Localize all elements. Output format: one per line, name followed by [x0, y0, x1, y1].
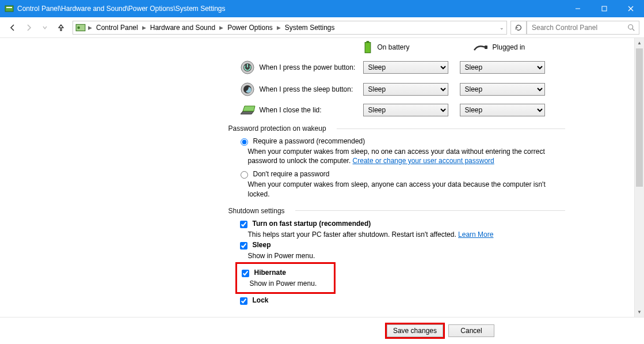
sleep-checkbox-desc: Show in Power menu. — [248, 252, 565, 260]
minimize-button[interactable] — [565, 0, 591, 17]
sleep-battery-select[interactable]: Sleep — [363, 83, 448, 96]
col-plugged-in-label: Plugged in — [493, 43, 525, 51]
section-divider — [337, 128, 565, 129]
nav-bar: ▶ Control Panel ▶ Hardware and Sound ▶ P… — [0, 17, 644, 38]
svg-rect-11 — [366, 41, 369, 42]
recent-dropdown-button[interactable] — [37, 20, 53, 36]
lock-checkbox-label: Lock — [253, 296, 269, 304]
require-password-label: Require a password (recommended) — [253, 137, 365, 145]
power-button-label: When I press the power button: — [257, 63, 361, 71]
create-change-password-link[interactable]: Create or change your user account passw… — [353, 157, 494, 165]
svg-point-7 — [77, 26, 80, 29]
save-changes-highlight: Save changes — [385, 323, 445, 339]
maximize-button[interactable] — [591, 0, 618, 17]
power-button-icon — [240, 60, 255, 75]
hibernate-highlight: Hibernate Show in Power menu. — [235, 262, 336, 294]
lid-icon — [239, 104, 256, 116]
window-titlebar: Control Panel\Hardware and Sound\Power O… — [0, 0, 644, 17]
section-divider — [295, 210, 565, 211]
fast-startup-desc: This helps start your PC faster after sh… — [248, 230, 565, 239]
hibernate-checkbox[interactable] — [242, 270, 249, 277]
shutdown-section-title: Shutdown settings — [228, 207, 291, 215]
search-box[interactable] — [527, 21, 639, 35]
control-panel-small-icon — [75, 22, 86, 33]
scroll-down-arrow[interactable]: ▼ — [635, 307, 644, 317]
content-pane: On battery Plugged in When I press the p… — [0, 38, 644, 317]
chevron-down-icon[interactable]: ⌄ — [500, 25, 504, 31]
svg-point-8 — [628, 24, 633, 29]
col-on-battery-label: On battery — [378, 43, 410, 51]
footer-bar: Save changes Cancel — [0, 317, 644, 343]
hibernate-checkbox-label: Hibernate — [254, 269, 286, 277]
sleep-checkbox[interactable] — [240, 242, 247, 250]
dont-require-password-desc: When your computer wakes from sleep, any… — [248, 180, 565, 198]
col-on-battery: On battery — [363, 40, 410, 54]
close-button[interactable] — [618, 0, 644, 17]
scroll-thumb[interactable] — [636, 48, 643, 187]
lid-plugged-select[interactable]: Sleep — [460, 104, 545, 116]
require-password-desc: When your computer wakes from sleep, no … — [248, 147, 565, 165]
fast-startup-checkbox[interactable] — [240, 221, 247, 228]
power-plugged-select[interactable]: Sleep — [460, 61, 545, 74]
refresh-button[interactable] — [510, 21, 527, 35]
lid-battery-select[interactable]: Sleep — [363, 104, 448, 116]
crumb-hardware-sound[interactable]: Hardware and Sound — [148, 22, 217, 33]
save-changes-button[interactable]: Save changes — [387, 324, 443, 337]
svg-rect-3 — [602, 6, 607, 11]
chevron-right-icon: ▶ — [219, 25, 223, 31]
sleep-checkbox-label: Sleep — [253, 241, 271, 249]
svg-line-9 — [632, 28, 635, 31]
forward-button[interactable] — [21, 20, 37, 36]
sleep-plugged-select[interactable]: Sleep — [460, 83, 545, 96]
crumb-power-options[interactable]: Power Options — [226, 22, 275, 33]
breadcrumb[interactable]: ▶ Control Panel ▶ Hardware and Sound ▶ P… — [73, 21, 507, 35]
plug-icon — [473, 42, 488, 52]
password-section-title: Password protection on wakeup — [228, 124, 332, 133]
crumb-control-panel[interactable]: Control Panel — [94, 22, 140, 33]
dont-require-password-radio[interactable] — [241, 171, 248, 179]
cancel-button[interactable]: Cancel — [448, 324, 494, 337]
svg-rect-0 — [5, 6, 13, 12]
dont-require-password-label: Don't require a password — [253, 170, 330, 178]
learn-more-link[interactable]: Learn More — [458, 230, 493, 239]
lock-checkbox[interactable] — [240, 297, 247, 305]
power-battery-select[interactable]: Sleep — [363, 61, 448, 74]
chevron-right-icon: ▶ — [88, 25, 92, 31]
search-icon — [627, 24, 635, 32]
fast-startup-label: Turn on fast startup (recommended) — [253, 220, 371, 228]
control-panel-icon — [5, 4, 14, 13]
chevron-right-icon: ▶ — [142, 25, 146, 31]
require-password-radio[interactable] — [241, 138, 248, 146]
svg-rect-12 — [485, 46, 487, 49]
vertical-scrollbar[interactable]: ▲ ▼ — [634, 38, 644, 317]
hibernate-checkbox-desc: Show in Power menu. — [250, 279, 317, 288]
lid-label: When I close the lid: — [257, 106, 361, 114]
sleep-button-icon — [240, 82, 255, 97]
svg-rect-1 — [6, 7, 12, 8]
svg-rect-10 — [365, 43, 371, 53]
window-title: Control Panel\Hardware and Sound\Power O… — [17, 5, 565, 13]
back-button[interactable] — [5, 20, 21, 36]
scroll-up-arrow[interactable]: ▲ — [635, 38, 644, 48]
crumb-system-settings[interactable]: System Settings — [283, 22, 337, 33]
chevron-right-icon: ▶ — [277, 25, 281, 31]
sleep-button-label: When I press the sleep button: — [257, 85, 361, 93]
search-input[interactable] — [531, 23, 624, 32]
battery-icon — [363, 40, 373, 54]
up-button[interactable] — [53, 20, 69, 36]
col-plugged-in: Plugged in — [473, 42, 525, 52]
